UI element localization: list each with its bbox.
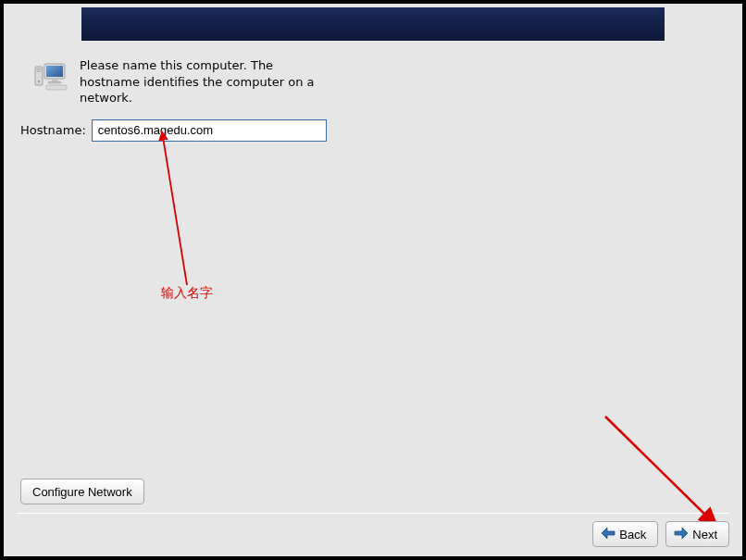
content-area: Please name this computer. The hostname … xyxy=(4,44,742,556)
hostname-input[interactable] xyxy=(92,119,327,142)
arrow-right-icon xyxy=(674,527,689,542)
arrow-left-icon xyxy=(601,527,615,542)
back-button-label: Back xyxy=(619,528,646,541)
hostname-label: Hostname: xyxy=(20,123,86,137)
svg-rect-7 xyxy=(52,79,57,81)
installer-window: Please name this computer. The hostname … xyxy=(4,4,742,556)
svg-rect-9 xyxy=(46,85,67,90)
annotation-arrow-input xyxy=(133,130,207,292)
computer-network-icon xyxy=(33,61,68,91)
hostname-row: Hostname: xyxy=(20,119,726,142)
svg-line-10 xyxy=(163,137,187,285)
svg-line-11 xyxy=(605,417,707,516)
next-button-label: Next xyxy=(692,528,717,541)
svg-rect-2 xyxy=(37,71,42,72)
nav-buttons: Back Next xyxy=(592,521,729,547)
header-banner xyxy=(81,7,665,41)
back-button[interactable]: Back xyxy=(592,521,658,547)
footer-separator xyxy=(17,513,729,514)
svg-rect-1 xyxy=(37,68,42,69)
svg-rect-8 xyxy=(48,81,61,83)
annotation-label: 输入名字 xyxy=(161,285,213,302)
configure-network-button[interactable]: Configure Network xyxy=(20,479,144,504)
next-button[interactable]: Next xyxy=(665,521,729,547)
instruction-row: Please name this computer. The hostname … xyxy=(20,57,726,106)
instruction-text: Please name this computer. The hostname … xyxy=(80,57,320,106)
svg-rect-6 xyxy=(46,66,63,77)
svg-point-3 xyxy=(38,81,40,82)
